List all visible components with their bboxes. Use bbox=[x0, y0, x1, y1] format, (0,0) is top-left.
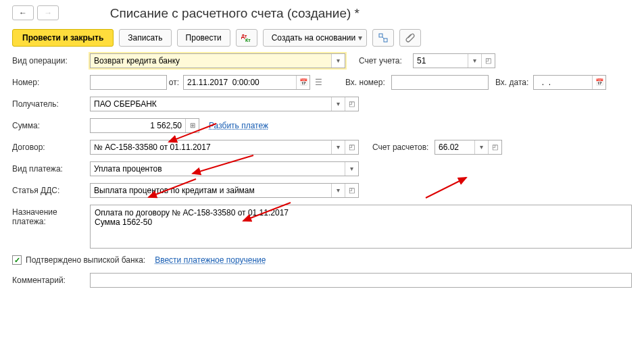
contract-select[interactable] bbox=[91, 140, 331, 154]
dds-label: Статья ДДС: bbox=[12, 186, 90, 195]
svg-text:Кт: Кт bbox=[245, 38, 251, 43]
open-icon[interactable]: ◰ bbox=[345, 184, 358, 197]
in-date-input[interactable] bbox=[534, 76, 592, 89]
svg-line-4 bbox=[382, 37, 384, 38]
account-select[interactable] bbox=[414, 54, 468, 68]
svg-rect-3 bbox=[384, 38, 387, 42]
post-button[interactable]: Провести bbox=[177, 29, 230, 47]
dropdown-icon[interactable]: ▾ bbox=[474, 140, 488, 154]
calendar-icon[interactable]: 📅 bbox=[296, 76, 309, 89]
dropdown-icon[interactable]: ▾ bbox=[345, 162, 358, 176]
dropdown-icon[interactable]: ▾ bbox=[331, 54, 345, 68]
operation-type-label: Вид операции: bbox=[12, 56, 90, 66]
number-input[interactable] bbox=[91, 76, 165, 89]
open-icon[interactable]: ◰ bbox=[481, 54, 495, 68]
dtkt-icon: ДтКт bbox=[241, 33, 252, 43]
open-icon[interactable]: ◰ bbox=[488, 140, 501, 154]
number-label: Номер: bbox=[12, 78, 90, 87]
contract-label: Договор: bbox=[12, 143, 90, 152]
operation-type-select[interactable] bbox=[91, 54, 331, 68]
attach-button[interactable] bbox=[399, 29, 421, 47]
dropdown-icon[interactable]: ▾ bbox=[331, 184, 345, 197]
enter-payment-order-link[interactable]: Ввести платежное поручение bbox=[155, 255, 266, 265]
related-button[interactable] bbox=[372, 29, 394, 47]
from-label: от: bbox=[167, 78, 183, 87]
list-icon[interactable]: ☰ bbox=[310, 78, 326, 87]
save-button[interactable]: Записать bbox=[119, 29, 171, 47]
recipient-select[interactable] bbox=[91, 97, 331, 111]
paperclip-icon bbox=[405, 33, 415, 43]
dtkt-button[interactable]: ДтКт bbox=[236, 29, 257, 47]
dropdown-icon[interactable]: ▾ bbox=[331, 140, 345, 154]
sum-input[interactable] bbox=[91, 119, 185, 132]
dropdown-icon[interactable]: ▾ bbox=[331, 97, 345, 111]
comment-input[interactable] bbox=[91, 274, 631, 287]
in-number-input[interactable] bbox=[392, 76, 487, 89]
calendar-icon[interactable]: 📅 bbox=[592, 76, 605, 89]
purpose-textarea[interactable] bbox=[91, 205, 631, 246]
page-title: Списание с расчетного счета (создание) * bbox=[110, 6, 360, 21]
related-icon bbox=[378, 33, 388, 43]
in-number-label: Вх. номер: bbox=[326, 78, 391, 87]
date-input[interactable] bbox=[184, 76, 296, 89]
in-date-label: Вх. дата: bbox=[489, 78, 533, 87]
comment-label: Комментарий: bbox=[12, 276, 90, 285]
toolbar: Провести и закрыть Записать Провести ДтК… bbox=[12, 29, 632, 47]
svg-rect-2 bbox=[379, 34, 382, 37]
dds-select[interactable] bbox=[91, 184, 331, 197]
confirmed-label: Подтверждено выпиской банка: bbox=[26, 255, 145, 265]
payment-type-select[interactable] bbox=[91, 162, 345, 176]
open-icon[interactable]: ◰ bbox=[345, 97, 358, 111]
settle-account-select[interactable] bbox=[435, 140, 474, 154]
forward-button[interactable]: → bbox=[37, 5, 59, 20]
create-based-on-button[interactable]: Создать на основании bbox=[263, 29, 367, 47]
account-label: Счет учета: bbox=[345, 56, 413, 66]
calculator-icon[interactable]: ⊞ bbox=[185, 119, 199, 132]
confirmed-checkbox[interactable]: ✓ bbox=[12, 255, 22, 265]
dropdown-icon[interactable]: ▾ bbox=[468, 54, 481, 68]
payment-type-label: Вид платежа: bbox=[12, 164, 90, 174]
open-icon[interactable]: ◰ bbox=[345, 140, 358, 154]
post-and-close-button[interactable]: Провести и закрыть bbox=[12, 29, 114, 47]
recipient-label: Получатель: bbox=[12, 99, 90, 109]
back-button[interactable]: ← bbox=[12, 5, 34, 20]
settle-account-label: Счет расчетов: bbox=[359, 143, 435, 152]
purpose-label: Назначение платежа: bbox=[12, 205, 90, 226]
split-payment-link[interactable]: Разбить платеж bbox=[209, 121, 268, 130]
sum-label: Сумма: bbox=[12, 121, 90, 130]
